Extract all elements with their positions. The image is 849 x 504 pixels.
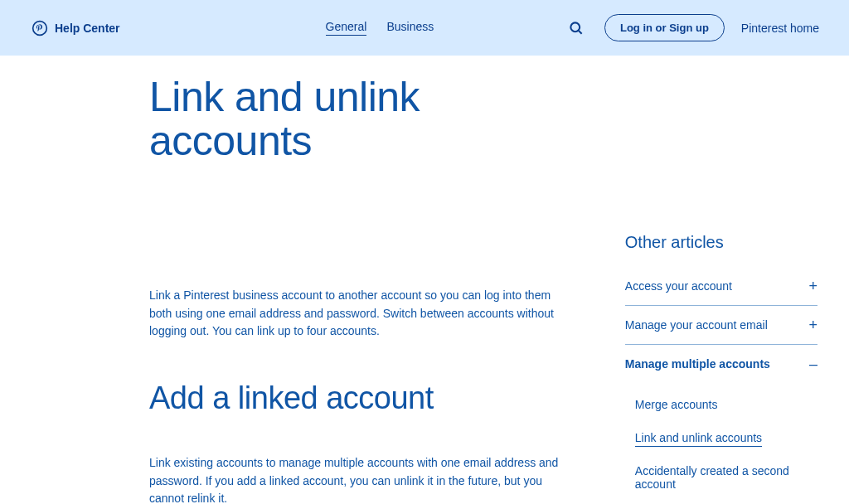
sidebar-item-label: Manage multiple accounts	[625, 357, 770, 371]
main-area: Link and unlink accounts Link a Pinteres…	[0, 56, 849, 504]
svg-line-2	[579, 30, 582, 33]
subitem-merge-accounts[interactable]: Merge accounts	[635, 388, 817, 421]
brand-label: Help Center	[55, 22, 120, 35]
sidebar-item-manage-email[interactable]: Manage your account email +	[625, 306, 817, 345]
brand[interactable]: Help Center	[32, 20, 120, 36]
subitem-link-unlink[interactable]: Link and unlink accounts	[635, 421, 817, 454]
sidebar-item-label: Manage your account email	[625, 318, 768, 332]
minus-icon: –	[809, 356, 817, 371]
sidebar-item-manage-multiple[interactable]: Manage multiple accounts –	[625, 345, 817, 383]
sidebar-sublist: Merge accounts Link and unlink accounts …	[625, 383, 817, 501]
svg-point-1	[570, 22, 580, 32]
other-articles-sidebar: Other articles Access your account + Man…	[625, 233, 817, 501]
pinterest-icon	[32, 20, 48, 36]
plus-icon: +	[808, 317, 817, 332]
header-tabs: General Business	[326, 20, 434, 36]
sidebar-title: Other articles	[625, 233, 817, 252]
sidebar-item-access-account[interactable]: Access your account +	[625, 267, 817, 306]
subitem-label: Link and unlink accounts	[635, 431, 762, 447]
tab-general[interactable]: General	[326, 20, 367, 36]
section-heading: Add a linked account	[149, 380, 575, 416]
article-content: Link and unlink accounts Link a Pinteres…	[149, 75, 575, 504]
plus-icon: +	[808, 279, 817, 293]
svg-point-0	[33, 21, 47, 35]
pinterest-home-link[interactable]: Pinterest home	[741, 22, 819, 35]
top-bar: Help Center General Business Log in or S…	[0, 0, 849, 56]
tab-business[interactable]: Business	[386, 20, 434, 36]
subitem-label: Accidentally created a second account	[635, 464, 789, 491]
intro-paragraph: Link a Pinterest business account to ano…	[149, 287, 575, 341]
subitem-accidental-second[interactable]: Accidentally created a second account	[635, 454, 817, 501]
page-title: Link and unlink accounts	[149, 75, 575, 162]
subitem-label: Merge accounts	[635, 398, 718, 411]
sidebar-item-label: Access your account	[625, 279, 732, 293]
search-icon[interactable]	[568, 20, 585, 36]
section-body: Link existing accounts to manage multipl…	[149, 454, 575, 504]
login-signup-button[interactable]: Log in or Sign up	[604, 14, 725, 41]
